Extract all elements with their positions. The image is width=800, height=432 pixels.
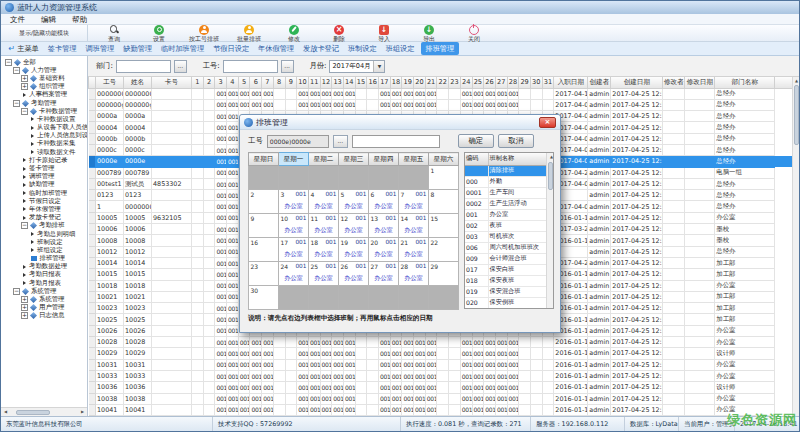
tree-expand-icon[interactable]: + (21, 304, 28, 311)
calendar-day-3[interactable]: 3001办公室 (279, 190, 309, 214)
tab-节假日设定[interactable]: 节假日设定 (209, 42, 254, 55)
shift-list-scrollbar[interactable]: ▲ (546, 153, 553, 308)
calendar-day-27[interactable]: 27001办公室 (369, 262, 399, 286)
calendar-day-4[interactable]: 4001办公室 (309, 190, 339, 214)
row-selector[interactable] (89, 156, 96, 167)
calendar-day-22[interactable]: 22 (429, 238, 459, 262)
tab-发放卡登记[interactable]: 发放卡登记 (299, 42, 344, 55)
row-selector[interactable] (89, 280, 96, 291)
menu-item-1[interactable]: 编辑 (41, 14, 56, 25)
dept-browse-button[interactable]: ... (174, 60, 187, 73)
row-selector[interactable] (89, 224, 96, 235)
scrollbar-thumb[interactable] (16, 410, 50, 415)
row-selector[interactable] (89, 359, 96, 370)
month-select[interactable]: 2017年04月 ▼ (329, 60, 385, 73)
shift-row-生产生活浮动[interactable]: 0002生产生活浮动 (465, 198, 548, 209)
shift-row-保安倒班[interactable]: 020保安倒班 (465, 297, 548, 308)
tab-班制设定[interactable]: 班制设定 (343, 42, 381, 55)
tab-签卡管理[interactable]: 签卡管理 (43, 42, 81, 55)
calendar-day-20[interactable]: 20001办公室 (369, 238, 399, 262)
tab-班组设定[interactable]: 班组设定 (381, 42, 419, 55)
shift-row-办公室[interactable]: 001办公室 (465, 209, 548, 220)
calendar-day-15[interactable]: 15 (429, 214, 459, 238)
calendar-day-24[interactable]: 24001办公室 (279, 262, 309, 286)
shift-row-外勤[interactable]: 000外勤 (465, 176, 548, 187)
calendar-day-21[interactable]: 21001办公室 (399, 238, 429, 262)
toolbar-person-button[interactable]: 按工号排班 (186, 25, 222, 42)
toolbar-gear-button[interactable]: 设置 (141, 25, 177, 42)
toolbar-edit-button[interactable]: 修改 (276, 25, 312, 42)
row-selector[interactable] (89, 190, 96, 201)
weekday-header-星期一[interactable]: 星期一 (279, 153, 309, 166)
row-selector[interactable] (89, 88, 96, 99)
toolbar-export-button[interactable]: 导出 (411, 25, 447, 42)
calendar-day-7[interactable]: 7001办公室 (399, 190, 429, 214)
calendar-day-25[interactable]: 25001办公室 (309, 262, 339, 286)
employee-row[interactable]: 1003310033001001001001001001001001001001… (89, 370, 794, 381)
cancel-button[interactable]: 取消 (498, 134, 534, 148)
tree-expand-icon[interactable]: + (21, 312, 28, 319)
tree-expand-icon[interactable]: − (13, 67, 20, 74)
tree-expand-icon[interactable]: + (21, 83, 28, 90)
employee-row[interactable]: 1002910029001001001001001001001001001001… (89, 348, 794, 359)
calendar-day-14[interactable]: 14001办公室 (399, 214, 429, 238)
calendar-day-10[interactable]: 10001办公室 (279, 214, 309, 238)
calendar-day-29[interactable]: 29 (429, 262, 459, 286)
empno-input[interactable] (223, 60, 278, 73)
toggle-sidebar-button[interactable]: 显示/隐藏功能模块 (1, 25, 88, 41)
scroll-up-icon[interactable]: ▲ (547, 153, 554, 161)
scroll-left-icon[interactable]: ◀ (1, 408, 10, 416)
row-selector[interactable] (89, 382, 96, 393)
row-selector[interactable] (89, 303, 96, 314)
chevron-down-icon[interactable]: ▼ (373, 61, 384, 72)
calendar-day-18[interactable]: 18001办公室 (309, 238, 339, 262)
dialog-browse-button[interactable]: ... (333, 135, 348, 148)
dept-input[interactable] (116, 60, 171, 73)
dialog-name-field[interactable] (352, 135, 440, 148)
ok-button[interactable]: 确定 (458, 134, 494, 148)
employee-row[interactable]: 1004110041001001001001001001001001001001… (89, 404, 794, 415)
row-selector[interactable] (89, 393, 96, 404)
employee-row[interactable]: 1002810028001001001001001001001001001001… (89, 337, 794, 348)
employee-row[interactable]: 0000000100000001001001001001001001001001… (89, 88, 794, 99)
dialog-empno-field[interactable]: 0000e)0000e (267, 135, 329, 148)
tab-排班管理[interactable]: 排班管理 (421, 42, 459, 55)
calendar-day-9[interactable]: 9 (249, 214, 279, 238)
tab-年休假管理[interactable]: 年休假管理 (254, 42, 299, 55)
tab-调班管理[interactable]: 调班管理 (81, 42, 119, 55)
shift-row-保安白班[interactable]: 017保安白班 (465, 264, 548, 275)
calendar-day-23[interactable]: 23 (249, 262, 279, 286)
weekday-header-星期六[interactable]: 星期六 (429, 153, 459, 166)
sidebar-item-日志信息[interactable]: +日志信息 (3, 312, 87, 320)
shift-row-保安倒班混合[interactable]: 021保安倒班混合 (465, 308, 548, 309)
toolbar-import-button[interactable]: 导入 (366, 25, 402, 42)
employee-row[interactable]: 1003110031001001001001001001001001001001… (89, 359, 794, 370)
table-vertical-scrollbar[interactable]: ▲ (792, 77, 799, 416)
tab-缺勤管理[interactable]: 缺勤管理 (119, 42, 157, 55)
sidebar-horizontal-scrollbar[interactable]: ◀ ▶ (1, 407, 87, 416)
calendar-day-8[interactable]: 8 (429, 190, 459, 214)
tree-expand-icon[interactable]: + (21, 75, 28, 82)
calendar-day-17[interactable]: 17001办公室 (279, 238, 309, 262)
weekday-header-星期四[interactable]: 星期四 (369, 153, 399, 166)
weekday-header-星期三[interactable]: 星期三 (339, 153, 369, 166)
shift-row-保安混合班[interactable]: 019保安混合班 (465, 286, 548, 297)
calendar-day-19[interactable]: 19001办公室 (339, 238, 369, 262)
row-selector[interactable] (89, 337, 96, 348)
weekday-header-星期五[interactable]: 星期五 (399, 153, 429, 166)
row-selector[interactable] (89, 167, 96, 178)
row-selector[interactable] (89, 291, 96, 302)
row-selector[interactable] (89, 269, 96, 280)
row-selector[interactable] (89, 144, 96, 155)
scroll-right-icon[interactable]: ▶ (78, 408, 87, 416)
weekday-header-星期日[interactable]: 星期日 (249, 153, 279, 166)
row-selector[interactable] (89, 212, 96, 223)
row-selector[interactable] (89, 246, 96, 257)
toolbar-people-button[interactable]: 批量排班 (231, 25, 267, 42)
shift-row-生产车间[interactable]: 0001生产车间 (465, 187, 548, 198)
tree-expand-icon[interactable]: − (5, 59, 12, 66)
scroll-up-icon[interactable]: ▲ (793, 77, 799, 84)
row-selector[interactable] (89, 404, 96, 415)
menu-item-2[interactable]: 帮助 (72, 14, 87, 25)
employee-row[interactable]: 1003610036001001001001001001001001001001… (89, 382, 794, 393)
